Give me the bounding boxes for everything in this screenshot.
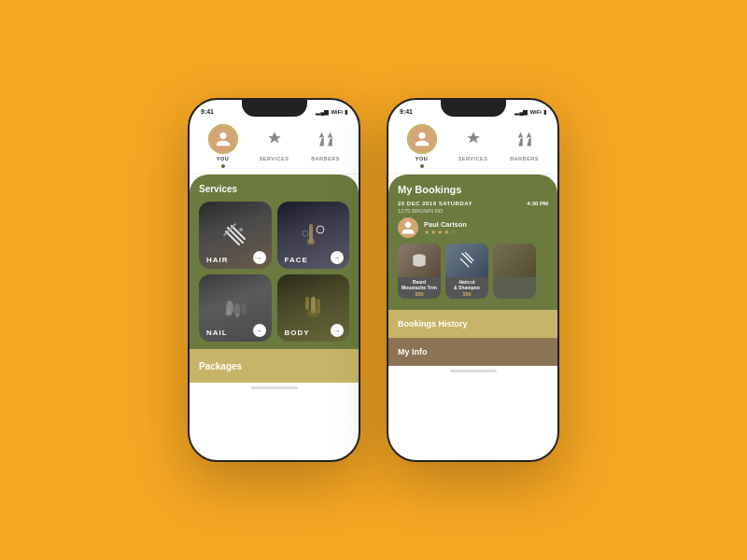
booking-date-row: 20 DEC 2019 SATURDAY 4:30 PM [398,201,548,206]
bookings-history-title: Bookings History [398,319,468,329]
status-time-2: 9:41 [400,108,413,115]
face-arrow[interactable]: → [331,251,344,264]
barber-info: Paul Carlson ★★★★☆ [424,220,467,236]
tab-services-icon-1 [260,124,289,154]
booking-time: 4:30 PM [527,201,548,206]
svg-point-9 [234,314,239,318]
service-card-hair[interactable]: HAIR → [199,202,272,269]
home-indicator-2 [450,370,497,372]
hair-label: HAIR [206,256,229,264]
avatar-you-1 [208,124,238,154]
status-time-1: 9:41 [201,108,214,115]
svg-point-8 [225,311,231,316]
tab-barbers-1[interactable]: BARBERS [311,124,341,161]
svg-point-7 [241,303,247,315]
barber-row: Paul Carlson ★★★★☆ [398,217,548,238]
tab-services-label-1: SERVICES [260,156,289,161]
my-info-title: My Info [398,347,428,357]
tab-you-icon-2 [407,124,437,154]
notch-2 [441,100,506,117]
barber-stars: ★★★★☆ [424,229,467,236]
booking-date: 20 DEC 2019 SATURDAY [398,201,472,206]
phone-2: 9:41 ▂▄▆ WiFi ▮ YOU [387,98,559,462]
avatar-you-2 [407,124,437,154]
tab-services-2[interactable]: SERVICES [458,124,488,161]
booking-address: 1275 BROWN RD [398,208,548,214]
beard-service-price: $50 [398,290,441,299]
body-arrow[interactable]: → [331,324,344,337]
bookings-title: My Bookings [398,184,548,195]
nail-arrow[interactable]: → [253,324,266,337]
services-title: Services [199,184,349,194]
svg-rect-13 [307,310,318,317]
home-indicator-1 [251,386,298,389]
extra-service-img [493,244,536,277]
face-label: FACE [285,256,308,264]
nav-tabs-1: YOU SERVICES BARBERS [190,120,359,175]
phones-container: 9:41 ▂▄▆ WiFi ▮ YOU [188,98,559,462]
service-card-nail[interactable]: NAIL → [199,274,272,342]
barber-name: Paul Carlson [424,220,467,229]
tab-you-2[interactable]: YOU [407,124,437,168]
haircut-service-label: Haircut & Shampoo [445,277,488,290]
wifi-icon: WiFi [331,109,343,115]
tab-you-label-1: YOU [217,156,229,161]
svg-rect-2 [307,239,315,245]
svg-point-0 [239,228,243,231]
phone-1: 9:41 ▂▄▆ WiFi ▮ YOU [188,98,360,462]
tab-barbers-2[interactable]: BARBERS [510,124,540,161]
tab-you-label-2: YOU [416,156,428,161]
tab-services-1[interactable]: SERVICES [260,124,289,161]
notch-1 [242,100,307,117]
bookings-section: My Bookings 20 DEC 2019 SATURDAY 4:30 PM… [388,175,557,310]
service-card-body[interactable]: BODY → [277,274,350,342]
packages-section[interactable]: Packages [190,349,359,383]
nav-tabs-2: YOU SERVICES BARBERS [388,120,557,175]
service-card-face[interactable]: FACE → [277,202,350,269]
svg-point-4 [303,231,308,236]
services-section: Services HAIR → [190,175,359,349]
booking-services-grid: Beard Moustache Trim $50 Haircut & Shamp… [398,244,548,299]
body-label: BODY [285,329,310,337]
hair-arrow[interactable]: → [253,251,266,264]
tab-you-icon-1 [208,124,238,154]
nail-label: NAIL [206,329,228,337]
svg-point-3 [317,226,324,233]
bookings-history-section[interactable]: Bookings History [388,310,557,338]
my-info-section[interactable]: My Info [388,338,557,366]
tab-you-1[interactable]: YOU [208,124,238,168]
nav-dot-1 [221,164,225,168]
battery-icon: ▮ [345,108,347,115]
wifi-icon-2: WiFi [529,109,542,115]
tab-barbers-icon-2 [510,124,540,154]
haircut-service-price: $50 [445,290,488,299]
services-grid: HAIR → FACE → [199,202,349,342]
beard-service-label: Beard Moustache Trim [398,277,441,290]
tab-barbers-label-2: BARBERS [510,156,539,161]
signal-icon: ▂▄▆ [316,108,329,115]
tab-barbers-icon-1 [311,124,341,154]
nav-dot-2 [420,164,424,168]
tab-services-icon-2 [458,124,488,154]
tab-barbers-label-1: BARBERS [311,156,340,161]
beard-service-img [398,244,441,277]
status-icons-1: ▂▄▆ WiFi ▮ [316,108,347,115]
svg-rect-11 [305,297,309,310]
booking-service-extra [493,244,536,299]
packages-title: Packages [199,361,242,371]
booking-service-beard[interactable]: Beard Moustache Trim $50 [398,244,441,299]
haircut-service-img [445,244,488,277]
tab-services-label-2: SERVICES [458,156,488,161]
barber-avatar [398,217,418,238]
booking-service-haircut[interactable]: Haircut & Shampoo $50 [445,244,488,299]
signal-icon-2: ▂▄▆ [514,108,528,115]
battery-icon-2: ▮ [543,108,546,115]
status-icons-2: ▂▄▆ WiFi ▮ [514,108,546,115]
